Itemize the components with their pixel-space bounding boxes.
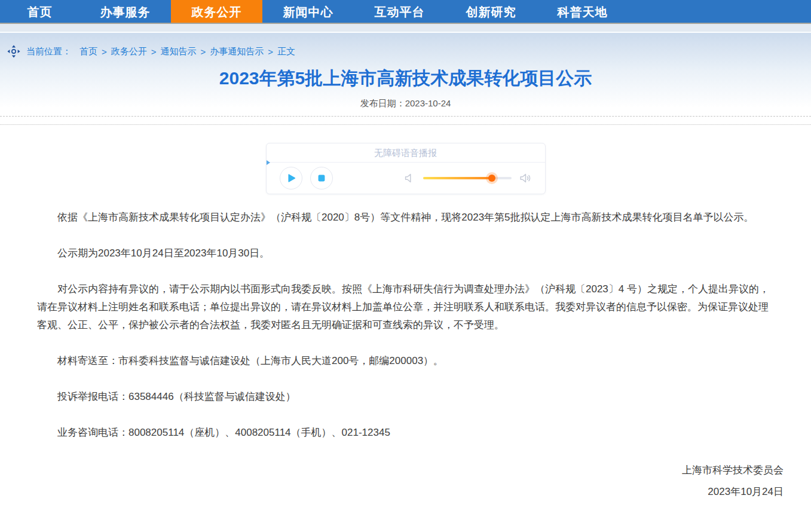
play-icon	[285, 172, 297, 184]
audio-player: 无障碍语音播报	[266, 143, 546, 194]
breadcrumb-gov-affairs[interactable]: 政务公开	[111, 46, 147, 57]
move-arrows-icon	[7, 45, 20, 58]
nav-item-news[interactable]: 新闻中心	[262, 0, 354, 23]
breadcrumb-home[interactable]: 首页	[79, 46, 97, 57]
breadcrumb-separator: >	[201, 47, 206, 57]
notice-body: 依据《上海市高新技术成果转化项目认定办法》（沪科规〔2020〕8号）等文件精神，…	[0, 194, 811, 503]
dashed-divider	[0, 116, 811, 117]
nav-item-science[interactable]: 科普天地	[537, 0, 628, 23]
breadcrumb: 当前位置： 首页 > 政务公开 > 通知告示 > 办事通知告示 > 正文	[0, 33, 811, 58]
paragraph-consult-phone: 业务咨询电话：8008205114（座机）、4008205114（手机）、021…	[37, 424, 774, 442]
audio-player-title: 无障碍语音播报	[267, 143, 545, 163]
page-title: 2023年第5批上海市高新技术成果转化项目公示	[0, 66, 811, 91]
dotted-divider	[0, 124, 811, 125]
volume-slider[interactable]	[423, 177, 512, 179]
volume-up-icon[interactable]	[519, 172, 532, 185]
breadcrumb-notices[interactable]: 通知告示	[161, 46, 197, 57]
volume-mute-icon[interactable]	[403, 172, 416, 185]
volume-slider-fill	[423, 177, 492, 179]
paragraph-publicity-period: 公示期为2023年10月24日至2023年10月30日。	[37, 244, 774, 262]
breadcrumb-separator: >	[102, 47, 107, 57]
nav-item-home[interactable]: 首页	[0, 0, 79, 23]
page-header: 当前位置： 首页 > 政务公开 > 通知告示 > 办事通知告示 > 正文 202…	[0, 33, 811, 116]
breadcrumb-separator: >	[268, 47, 273, 57]
signature-date: 2023年10月24日	[37, 481, 784, 503]
nav-item-gov-affairs-active[interactable]: 政务公开	[171, 0, 262, 23]
paragraph-complaint-phone: 投诉举报电话：63584446（科技监督与诚信建设处）	[37, 388, 774, 406]
stop-button[interactable]	[310, 167, 333, 189]
volume-control	[403, 172, 532, 185]
publish-date: 发布日期：2023-10-24	[0, 98, 811, 109]
audio-player-controls	[267, 163, 545, 194]
signature-organization: 上海市科学技术委员会	[37, 460, 784, 481]
breadcrumb-label: 当前位置：	[26, 46, 71, 57]
paragraph-objection-rules: 对公示内容持有异议的，请于公示期内以书面形式向我委反映。按照《上海市科研失信行为…	[37, 280, 774, 334]
paragraph-mailing-address: 材料寄送至：市科委科技监督与诚信建设处（上海市人民大道200号，邮编200003…	[37, 352, 774, 370]
breadcrumb-service-notices[interactable]: 办事通知告示	[210, 46, 264, 57]
breadcrumb-separator: >	[151, 47, 157, 57]
top-nav: 首页 办事服务 政务公开 新闻中心 互动平台 创新研究 科普天地	[0, 0, 811, 24]
breadcrumb-current-article[interactable]: 正文	[277, 46, 295, 57]
nav-item-innovation[interactable]: 创新研究	[445, 0, 537, 23]
nav-divider-strip	[0, 24, 811, 33]
nav-item-services[interactable]: 办事服务	[79, 0, 171, 23]
paragraph-basis: 依据《上海市高新技术成果转化项目认定办法》（沪科规〔2020〕8号）等文件精神，…	[37, 209, 774, 227]
volume-slider-thumb[interactable]	[488, 175, 495, 182]
stop-icon	[316, 172, 328, 184]
play-button[interactable]	[280, 167, 302, 189]
nav-item-interaction[interactable]: 互动平台	[354, 0, 445, 23]
